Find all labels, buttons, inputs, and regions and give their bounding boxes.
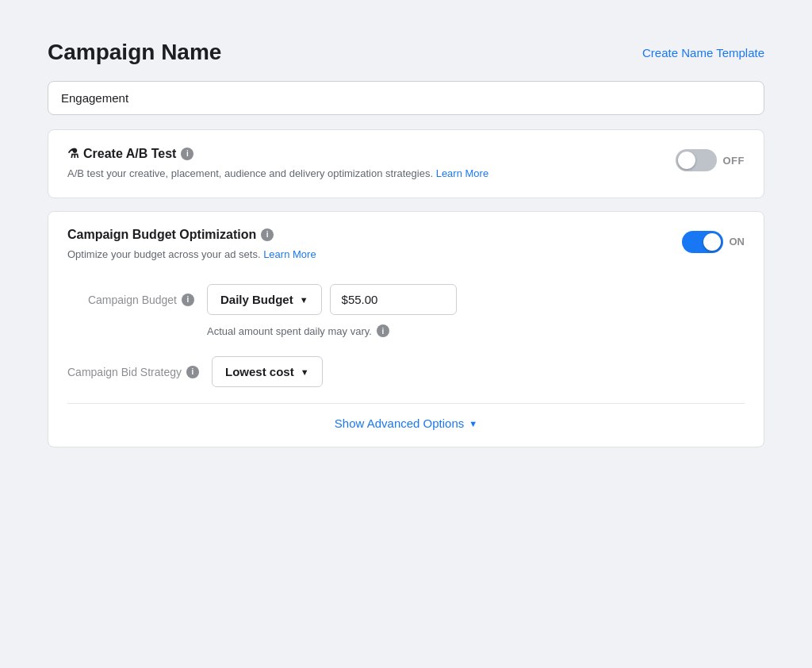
ab-test-title: ⚗ Create A/B Test i (67, 146, 676, 161)
campaign-budget-label-text: Campaign Budget (88, 294, 177, 306)
ab-test-description: A/B test your creative, placement, audie… (67, 166, 527, 182)
show-advanced-options-link[interactable]: Show Advanced Options ▼ (335, 417, 477, 430)
budget-learn-more[interactable]: Learn More (263, 248, 316, 260)
budget-controls: Daily Budget ▼ (207, 284, 745, 315)
create-name-template-link[interactable]: Create Name Template (642, 46, 764, 60)
budget-toggle-knob (703, 233, 721, 251)
budget-type-dropdown[interactable]: Daily Budget ▼ (207, 284, 322, 315)
ab-test-description-text: A/B test your creative, placement, audie… (67, 167, 433, 179)
page-container: Campaign Name Create Name Template ⚗ Cre… (16, 16, 796, 484)
campaign-budget-label: Campaign Budget i (67, 294, 194, 306)
budget-amount-input[interactable] (330, 284, 457, 315)
campaign-name-input[interactable] (48, 81, 764, 115)
flask-icon: ⚗ (67, 146, 79, 161)
budget-optimization-card: Campaign Budget Optimization i Optimize … (48, 211, 764, 448)
ab-test-toggle-track (676, 149, 717, 171)
budget-type-label: Daily Budget (220, 293, 293, 306)
bid-strategy-dropdown[interactable]: Lowest cost ▼ (212, 356, 323, 387)
budget-toggle[interactable] (682, 231, 723, 253)
show-advanced-section: Show Advanced Options ▼ (67, 403, 745, 431)
bid-strategy-label-text: Campaign Bid Strategy (67, 366, 182, 378)
campaign-budget-row: Campaign Budget i Daily Budget ▼ (67, 284, 745, 315)
ab-test-title-text: Create A/B Test (83, 147, 176, 161)
budget-title-text: Campaign Budget Optimization (67, 228, 256, 242)
bid-strategy-row: Campaign Bid Strategy i Lowest cost ▼ (67, 356, 745, 387)
bid-strategy-info-icon[interactable]: i (186, 366, 199, 378)
ab-test-toggle[interactable] (676, 149, 717, 171)
bid-strategy-label: Campaign Bid Strategy i (67, 366, 199, 378)
budget-toggle-label: ON (730, 236, 745, 248)
budget-card-header: Campaign Budget Optimization i Optimize … (67, 228, 745, 263)
budget-type-dropdown-arrow: ▼ (300, 295, 308, 305)
budget-description-text: Optimize your budget across your ad sets… (67, 248, 261, 260)
budget-section: Campaign Budget i Daily Budget ▼ Actual … (67, 284, 745, 431)
budget-info-icon[interactable]: i (261, 228, 274, 241)
ab-test-info-icon[interactable]: i (181, 148, 193, 160)
budget-card-left: Campaign Budget Optimization i Optimize … (67, 228, 682, 263)
budget-toggle-track (682, 231, 723, 253)
bid-strategy-dropdown-arrow: ▼ (301, 367, 309, 377)
budget-note-info-icon[interactable]: i (377, 324, 389, 337)
show-advanced-label: Show Advanced Options (335, 417, 464, 430)
ab-test-toggle-knob (678, 152, 695, 169)
budget-card-description: Optimize your budget across your ad sets… (67, 247, 527, 263)
ab-test-toggle-container: OFF (676, 149, 745, 171)
budget-card-title: Campaign Budget Optimization i (67, 228, 682, 242)
budget-note: Actual amount spent daily may vary. i (207, 324, 745, 337)
header-row: Campaign Name Create Name Template (48, 40, 764, 65)
show-advanced-chevron: ▼ (469, 419, 477, 428)
ab-test-learn-more[interactable]: Learn More (436, 167, 488, 179)
budget-toggle-container: ON (682, 231, 745, 253)
budget-note-text: Actual amount spent daily may vary. (207, 325, 372, 337)
ab-test-card-header: ⚗ Create A/B Test i A/B test your creati… (67, 146, 745, 182)
ab-test-card: ⚗ Create A/B Test i A/B test your creati… (48, 129, 764, 198)
page-title: Campaign Name (48, 40, 221, 65)
campaign-budget-info-icon[interactable]: i (182, 294, 194, 306)
ab-test-toggle-label: OFF (723, 155, 745, 167)
ab-test-card-left: ⚗ Create A/B Test i A/B test your creati… (67, 146, 676, 182)
bid-strategy-type-label: Lowest cost (225, 365, 294, 378)
